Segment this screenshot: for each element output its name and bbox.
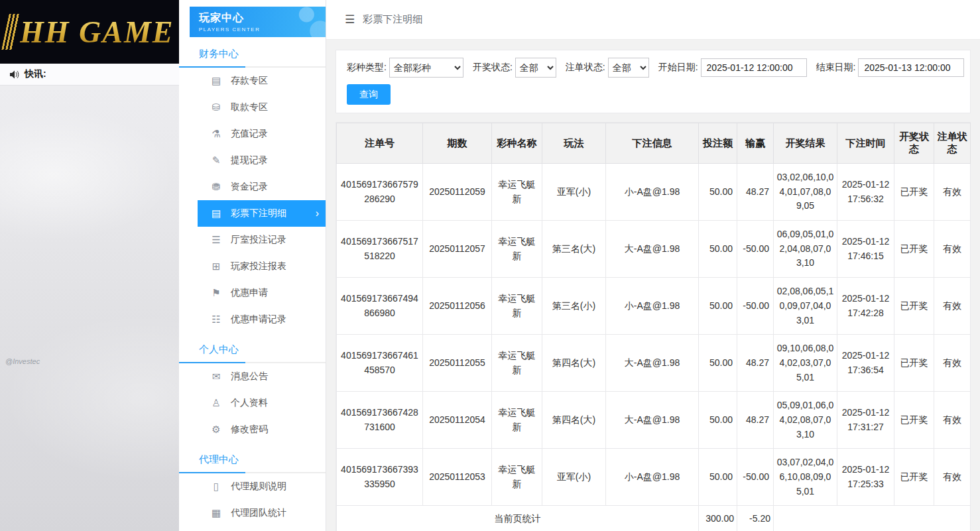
cell-win-loss: -50.00 — [737, 449, 774, 506]
page-title: 彩票下注明细 — [363, 13, 422, 26]
cell-order-status: 有效 — [934, 221, 971, 278]
change-password-icon: ⚙ — [210, 424, 223, 436]
cell-lottery-name: 幸运飞艇新 — [492, 164, 542, 221]
sidebar-item[interactable]: ⛃资金记录 — [179, 174, 326, 200]
col-draw-status: 开奖状态 — [894, 123, 934, 164]
background-watermark: @Investec — [5, 357, 40, 365]
start-date-input[interactable] — [701, 58, 807, 77]
sidebar-item[interactable]: ▤存款专区 — [179, 68, 326, 94]
sidebar-item-label: 优惠申请 — [231, 287, 268, 299]
filter-panel: 彩种类型: 全部彩种 开奖状态: 全部 注单状态: 全部 开始日期: 结束日期: — [336, 50, 971, 113]
cell-draw-status: 已开奖 — [894, 392, 934, 449]
sidebar-item[interactable]: ▦代理团队统计 — [179, 500, 326, 526]
cell-bet-amount: 50.00 — [699, 335, 737, 392]
cell-win-loss: 48.27 — [737, 164, 774, 221]
cell-draw-result: 02,08,06,05,10,09,07,04,03,01 — [774, 278, 837, 335]
cell-play-type: 第三名(大) — [542, 221, 606, 278]
cell-bet-info: 小-A盘@1.98 — [606, 449, 699, 506]
sidebar-item[interactable]: ☷优惠申请记录 — [179, 306, 326, 333]
col-play-type: 玩法 — [542, 123, 606, 164]
sidebar-item[interactable]: ♙个人资料 — [179, 390, 326, 416]
table-row: 40156917366739333595020250112053幸运飞艇新亚军(… — [337, 449, 971, 506]
cell-draw-result: 05,09,01,06,04,02,08,07,03,10 — [774, 392, 837, 449]
sidebar-item-label: 厅室投注记录 — [231, 234, 286, 246]
sidebar-item-label: 资金记录 — [231, 181, 268, 193]
cell-draw-status: 已开奖 — [894, 335, 934, 392]
cell-order-no: 401569173667428731600 — [337, 392, 423, 449]
hall-bet-record-icon: ☰ — [210, 234, 223, 246]
cell-draw-status: 已开奖 — [894, 449, 934, 506]
sidebar-item[interactable]: ⚑优惠申请 — [179, 280, 326, 306]
cell-draw-result: 03,02,06,10,04,01,07,08,09,05 — [774, 164, 837, 221]
col-draw-result: 开奖结果 — [774, 123, 837, 164]
agent-rules-icon: ▯ — [210, 481, 223, 493]
table-header-row: 注单号 期数 彩种名称 玩法 下注信息 投注额 输赢 开奖结果 下注时间 开奖状… — [337, 123, 971, 164]
draw-status-label: 开奖状态: — [473, 62, 513, 74]
sidebar-item-label: 提现记录 — [231, 154, 268, 166]
cell-order-status: 有效 — [934, 278, 971, 335]
cell-order-status: 有效 — [934, 164, 971, 221]
cell-play-type: 第三名(小) — [542, 278, 606, 335]
sidebar-item[interactable]: ⚙修改密码 — [179, 416, 326, 443]
cell-bet-info: 大-A盘@1.98 — [606, 392, 699, 449]
ticker-label: 快讯: — [25, 68, 46, 80]
cell-bet-info: 大-A盘@1.98 — [606, 221, 699, 278]
cell-bet-time: 2025-01-12 17:56:32 — [837, 164, 894, 221]
sidebar-item[interactable]: ✎提现记录 — [179, 147, 326, 174]
end-date-input[interactable] — [858, 58, 964, 77]
table-row: 40156917366757928629020250112059幸运飞艇新亚军(… — [337, 164, 971, 221]
cell-period: 20250112057 — [423, 221, 492, 278]
cell-lottery-name: 幸运飞艇新 — [492, 221, 542, 278]
table-body: 40156917366757928629020250112059幸运飞艇新亚军(… — [337, 164, 971, 531]
cell-bet-amount: 50.00 — [699, 164, 737, 221]
sidebar: 玩家中心 PLAYERS CENTER 财务中心▤存款专区⛁取款专区⚗充值记录✎… — [179, 0, 326, 531]
summary-winloss-total: -5.20 — [737, 506, 774, 531]
sidebar-item-label: 代理规则说明 — [231, 481, 286, 493]
sidebar-item[interactable]: ☰厅室投注记录 — [179, 227, 326, 253]
background-photo: @Investec — [0, 86, 179, 531]
sidebar-item[interactable]: ▯代理规则说明 — [179, 473, 326, 500]
cell-period: 20250112055 — [423, 335, 492, 392]
brand-bar: HH GAME — [0, 0, 179, 64]
cell-draw-result: 06,09,05,01,02,04,08,07,03,10 — [774, 221, 837, 278]
sidebar-item-label: 修改密码 — [231, 424, 268, 436]
brand-logo: HH GAME — [20, 15, 174, 50]
cell-bet-time: 2025-01-12 17:31:27 — [837, 392, 894, 449]
draw-status-select[interactable]: 全部 — [515, 58, 556, 78]
table-row: 40156917366749486698020250112056幸运飞艇新第三名… — [337, 278, 971, 335]
cell-win-loss: 48.27 — [737, 335, 774, 392]
sidebar-subtitle: PLAYERS CENTER — [199, 27, 326, 32]
cell-lottery-name: 幸运飞艇新 — [492, 278, 542, 335]
query-button[interactable]: 查询 — [347, 84, 391, 105]
sidebar-item[interactable]: ⚗充值记录 — [179, 121, 326, 147]
cell-play-type: 第四名(大) — [542, 392, 606, 449]
menu-icon[interactable]: ☰ — [345, 13, 355, 27]
sidebar-item-label: 充值记录 — [231, 128, 268, 140]
sidebar-item-label: 玩家投注报表 — [231, 261, 286, 272]
sidebar-item[interactable]: ✉消息公告 — [179, 363, 326, 390]
col-bet-time: 下注时间 — [837, 123, 894, 164]
sidebar-item-label: 存款专区 — [231, 75, 268, 87]
table-row: 40156917366742873160020250112054幸运飞艇新第四名… — [337, 392, 971, 449]
player-bet-report-icon: ⊞ — [210, 261, 223, 272]
speaker-icon — [9, 70, 19, 79]
sidebar-item-label: 个人资料 — [231, 397, 268, 409]
cell-draw-status: 已开奖 — [894, 278, 934, 335]
cell-play-type: 亚军(小) — [542, 164, 606, 221]
cell-order-no: 401569173667579286290 — [337, 164, 423, 221]
topbar: ☰ 彩票下注明细 — [326, 0, 980, 40]
sidebar-item[interactable]: ▤彩票下注明细› — [198, 200, 326, 227]
cashout-record-icon: ✎ — [210, 154, 223, 166]
cell-period: 20250112056 — [423, 278, 492, 335]
cell-win-loss: -50.00 — [737, 278, 774, 335]
sidebar-section-title: 个人中心 — [179, 333, 326, 363]
cell-order-no: 401569173667494866980 — [337, 278, 423, 335]
lottery-type-select[interactable]: 全部彩种 — [389, 58, 463, 78]
cell-draw-status: 已开奖 — [894, 221, 934, 278]
cell-win-loss: -50.00 — [737, 221, 774, 278]
chevron-right-icon: › — [316, 207, 319, 219]
cell-bet-amount: 50.00 — [699, 392, 737, 449]
sidebar-item[interactable]: ⛁取款专区 — [179, 94, 326, 121]
order-status-select[interactable]: 全部 — [608, 58, 649, 78]
sidebar-item[interactable]: ⊞玩家投注报表 — [179, 253, 326, 280]
